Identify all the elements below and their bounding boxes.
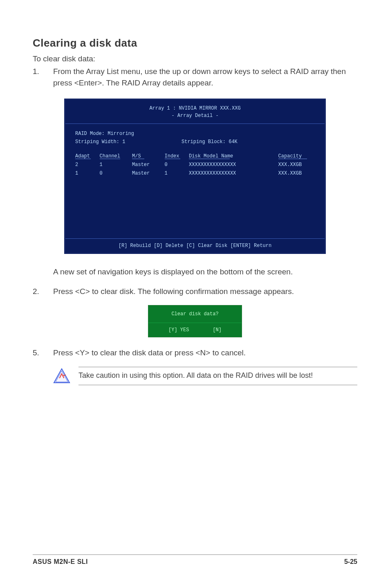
cell-cap: XXX.XXGB: [278, 169, 315, 177]
cell-adapt: 1: [75, 169, 100, 177]
step-5: 5. Press <Y> to clear the disk data or p…: [33, 347, 357, 359]
table-row: 2 1 Master 0 XXXXXXXXXXXXXXXX XXX.XXGB: [75, 161, 315, 169]
step-text: A new set of navigation keys is displaye…: [53, 266, 357, 278]
cell-ms: Master: [132, 169, 164, 177]
bios-title-line2: - Array Detail -: [65, 112, 325, 119]
step-number: 5.: [33, 347, 53, 359]
step-number: 2.: [33, 286, 53, 297]
step-text: Press <C> to clear disk. The following c…: [53, 286, 357, 297]
col-model-label: Disk Model Name: [189, 153, 233, 159]
warning-triangle-icon: [53, 368, 70, 384]
col-cap-label: Capacity: [278, 153, 302, 159]
footer-product: ASUS M2N-E SLI: [33, 558, 88, 566]
warning-callout: Take caution in using this option. All d…: [53, 367, 357, 385]
col-ms-label: M/S: [132, 153, 141, 159]
cell-cap: XXX.XXGB: [278, 161, 315, 169]
cell-index: 1: [165, 169, 189, 177]
intro-text: To clear disk data:: [33, 54, 357, 63]
step-number: 1.: [33, 66, 53, 88]
bios-footer: [R] Rebuild [D] Delete [C] Clear Disk [E…: [65, 238, 325, 253]
footer-page-number: 5-25: [344, 558, 357, 566]
cell-model: XXXXXXXXXXXXXXXX: [189, 169, 278, 177]
table-row: 1 0 Master 1 XXXXXXXXXXXXXXXX XXX.XXGB: [75, 169, 315, 177]
col-channel-label: Channel: [100, 153, 120, 159]
cell-model: XXXXXXXXXXXXXXXX: [189, 161, 278, 169]
cell-channel: 0: [100, 169, 132, 177]
dialog-options: [Y] YES [N]: [148, 323, 242, 337]
step-1: 1. From the Array List menu, use the up …: [33, 66, 357, 88]
bios-panel: Array 1 : NVIDIA MIRROR XXX.XXG - Array …: [64, 99, 326, 254]
raid-mode: RAID Mode: Mirroring: [75, 130, 315, 138]
confirm-dialog: Clear disk data? [Y] YES [N]: [148, 305, 242, 337]
dialog-title: Clear disk data?: [148, 305, 242, 323]
cell-ms: Master: [132, 161, 164, 169]
page-footer: ASUS M2N-E SLI 5-25: [33, 554, 357, 566]
bios-body: RAID Mode: Mirroring Striping Width: 1 S…: [65, 124, 325, 238]
striping-block: Striping Block: 64K: [182, 138, 238, 146]
col-adapt-label: Adapt: [75, 153, 90, 159]
col-index-label: Index: [165, 153, 179, 159]
step-2: 2. Press <C> to clear disk. The followin…: [33, 286, 357, 297]
bios-header: Array 1 : NVIDIA MIRROR XXX.XXG - Array …: [65, 100, 325, 124]
bios-table-header: Adapt Channel M/S Index Disk Model Name …: [75, 152, 315, 161]
cell-adapt: 2: [75, 161, 100, 169]
dialog-no: [N]: [204, 327, 230, 333]
step-spacer: [33, 266, 53, 278]
step-1b: A new set of navigation keys is displaye…: [33, 266, 357, 278]
cell-index: 0: [165, 161, 189, 169]
step-text: From the Array List menu, use the up or …: [53, 66, 357, 88]
dialog-yes: [Y] YES: [160, 327, 197, 333]
section-title: Clearing a disk data: [33, 37, 357, 49]
step-text: Press <Y> to clear the disk data or pres…: [53, 347, 357, 359]
warning-text: Take caution in using this option. All d…: [78, 370, 357, 381]
striping-width: Striping Width: 1: [75, 138, 182, 146]
cell-channel: 1: [100, 161, 132, 169]
bios-title-line1: Array 1 : NVIDIA MIRROR XXX.XXG: [65, 105, 325, 112]
